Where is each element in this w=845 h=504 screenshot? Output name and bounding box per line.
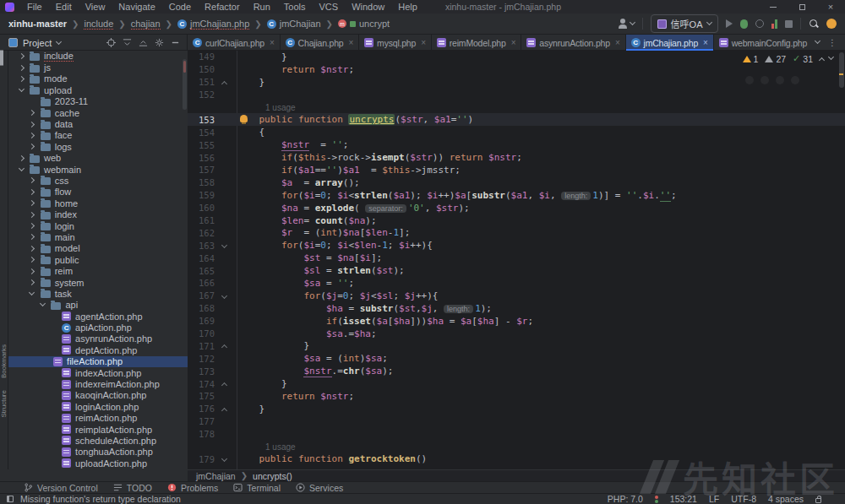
tree-item-deptaction-php[interactable]: deptAction.php [8, 344, 188, 355]
user-menu[interactable] [618, 19, 635, 29]
code-line-159[interactable]: 159 for($i=0; $i<strlen($a1); $i++)$a[su… [188, 189, 845, 202]
tree-chevron-icon[interactable] [28, 280, 36, 285]
breadcrumb-item-uncrypt[interactable]: muncrypt [336, 18, 391, 30]
code-line-179[interactable]: 179 public function getrocktoken() [188, 453, 845, 466]
tree-item-api[interactable]: api [8, 300, 188, 311]
code-line-172[interactable]: 172 $sa = (int)$sa; [188, 352, 845, 365]
code-line-168[interactable]: 168 $ha = substr($st,$j, length:1); [188, 302, 845, 315]
breadcrumb-item-chajian[interactable]: chajian [129, 18, 162, 30]
status-item-php-7-0[interactable]: PHP: 7.0 [608, 494, 643, 504]
tool-window-widget-icon[interactable] [7, 496, 14, 502]
gear-icon[interactable] [155, 38, 164, 47]
tree-item-reimplataction-php[interactable]: reimplatAction.php [8, 424, 188, 435]
menu-vcs[interactable]: VCS [313, 1, 345, 13]
inspection-widget[interactable]: 1 27 ✓31 [743, 53, 833, 64]
tree-chevron-icon[interactable] [28, 235, 36, 239]
tree-chevron-icon[interactable] [28, 144, 36, 149]
code-line-171[interactable]: 171 } [188, 339, 845, 352]
menu-view[interactable]: View [79, 1, 112, 13]
tree-chevron-icon[interactable] [28, 201, 36, 205]
status-item-4-spaces[interactable]: 4 spaces [768, 494, 804, 504]
fold-marker[interactable] [218, 405, 230, 413]
tab-close-icon[interactable]: × [348, 38, 353, 47]
tree-item-indexaction-php[interactable]: indexAction.php [8, 367, 188, 378]
tree-item-fileaction-php[interactable]: fileAction.php [8, 356, 188, 367]
tree-item-tonghuaaction-php[interactable]: tonghuaAction.php [8, 447, 188, 458]
menu-edit[interactable]: Edit [50, 1, 78, 13]
tree-item-include[interactable]: include [8, 51, 188, 62]
search-icon[interactable] [809, 19, 819, 29]
coverage-icon[interactable] [755, 19, 764, 28]
code-line-169[interactable]: 169 if(isset($a[$ha]))$ha = $a[$ha] - $r… [188, 315, 845, 328]
tree-item-uploadaction-php[interactable]: uploadAction.php [8, 458, 188, 469]
tree-scrollbar[interactable] [183, 59, 187, 110]
tree-chevron-icon[interactable] [28, 213, 36, 217]
menu-navigate[interactable]: Navigate [112, 1, 161, 13]
breadcrumb-item-jmchajian[interactable]: CjmChajian [265, 18, 323, 30]
tree-chevron-icon[interactable] [17, 66, 25, 70]
fold-marker[interactable] [218, 457, 230, 461]
menu-file[interactable]: File [21, 1, 48, 13]
tree-item-mode[interactable]: mode [8, 73, 188, 84]
code-line-152[interactable]: 152 [188, 89, 845, 101]
tree-chevron-icon[interactable] [38, 304, 46, 306]
tree-item-data[interactable]: data [8, 118, 188, 129]
stop-icon[interactable] [785, 20, 793, 28]
tree-item-loginaction-php[interactable]: loginAction.php [8, 401, 188, 412]
code-line-157[interactable]: 157 if($a1=='')$a1 = $this->jmsstr; [188, 164, 845, 176]
profiler-icon[interactable] [771, 19, 778, 29]
menu-code[interactable]: Code [163, 1, 197, 13]
tab-chajian.php[interactable]: CChajian.php× [281, 35, 359, 51]
tree-chevron-icon[interactable] [28, 224, 36, 228]
code-line-173[interactable]: 173 $nstr.=chr($sa); [188, 365, 845, 377]
tree-chevron-icon[interactable] [17, 54, 25, 58]
fold-marker[interactable] [218, 294, 230, 298]
tab-close-icon[interactable]: × [421, 38, 426, 47]
locate-file-icon[interactable] [106, 38, 116, 47]
tree-item-model[interactable]: model [8, 243, 188, 254]
tree-item-js[interactable]: js [8, 62, 188, 73]
menu-window[interactable]: Window [346, 1, 390, 13]
code-line-174[interactable]: 174 } [188, 377, 845, 390]
menu-refactor[interactable]: Refactor [199, 1, 246, 13]
code-line-160[interactable]: 160 $na = explode( separator:'0', $str); [188, 202, 845, 214]
commit-stripe-icon[interactable] [2, 50, 3, 66]
tool-window-services[interactable]: Services [296, 483, 343, 493]
menu-tools[interactable]: Tools [278, 1, 312, 13]
editor-breadcrumb-jmchajian[interactable]: jmChajian [196, 471, 236, 481]
tool-window-version-control[interactable]: Version Control [24, 483, 98, 493]
code-line-175[interactable]: 175 return $nstr; [188, 390, 845, 403]
expand-all-icon[interactable] [123, 38, 132, 47]
tree-item-task[interactable]: task [8, 288, 188, 299]
code-line-167[interactable]: 167 for($j=0; $j<$sl; $j++){ [188, 290, 845, 302]
tab-asynrunaction.php[interactable]: asynrunAction.php× [521, 35, 625, 51]
close-button[interactable]: × [816, 0, 845, 14]
tree-item-indexreimaction-php[interactable]: indexreimAction.php [8, 378, 188, 389]
tree-chevron-icon[interactable] [28, 178, 36, 182]
tree-item-main[interactable]: main [8, 231, 188, 242]
tree-chevron-icon[interactable] [28, 269, 36, 274]
tree-chevron-icon[interactable] [17, 169, 25, 171]
tree-item-web[interactable]: web [8, 153, 188, 164]
tab-close-icon[interactable]: × [511, 38, 516, 47]
tab-list-chevron-icon[interactable] [815, 38, 820, 44]
status-item-utf-8[interactable]: UTF-8 [731, 494, 756, 504]
next-problem-icon[interactable] [828, 54, 834, 60]
debug-icon[interactable] [740, 19, 748, 29]
breadcrumb-item-xinhu-master[interactable]: xinhu-master [7, 18, 68, 30]
stripe-label-bookmarks[interactable]: Bookmarks [0, 344, 8, 378]
tree-chevron-icon[interactable] [28, 190, 36, 194]
tree-chevron-icon[interactable] [28, 293, 36, 295]
code-line-155[interactable]: 155 $nstr = ''; [188, 138, 845, 151]
code-line-154[interactable]: 154 { [188, 126, 845, 138]
tree-item-agentaction-php[interactable]: agentAction.php [8, 311, 188, 322]
run-icon[interactable] [726, 19, 733, 28]
code-line-176[interactable]: 176 } [188, 403, 845, 415]
code-line-164[interactable]: 164 $st = $na[$i]; [188, 252, 845, 264]
tree-chevron-icon[interactable] [28, 133, 36, 138]
tree-chevron-icon[interactable] [28, 247, 36, 251]
tree-item-css[interactable]: css [8, 175, 188, 186]
tree-item-system[interactable]: system [8, 277, 188, 288]
tree-item-index[interactable]: index [8, 209, 188, 219]
code-line-163[interactable]: 163 for($i=0; $i<$len-1; $i++){ [188, 239, 845, 252]
